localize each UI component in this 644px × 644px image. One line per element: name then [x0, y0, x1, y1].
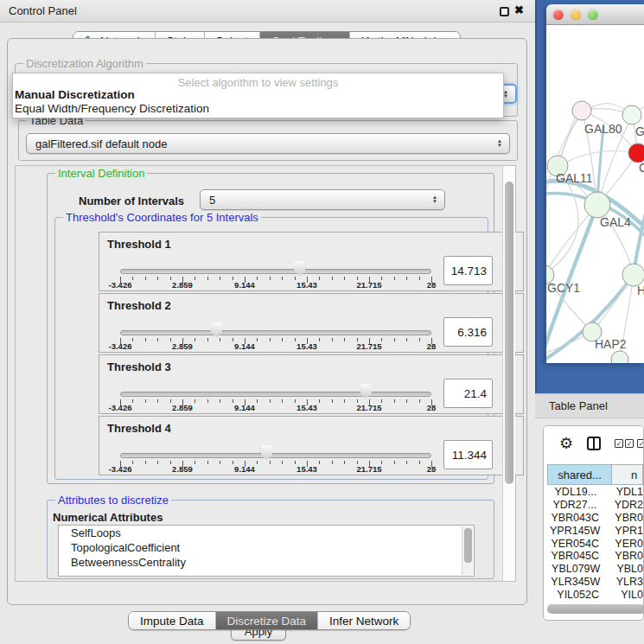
table-horizontal-scrollbar[interactable] — [547, 604, 644, 614]
threshold-3-panel: Threshold 3-3.4262.8599.14415.4321.71528… — [99, 354, 524, 414]
tick-mark — [344, 399, 345, 403]
threshold-1-label: Threshold 1 — [107, 238, 171, 251]
tick-mark — [170, 461, 171, 464]
tick-mark — [157, 399, 158, 403]
cell-shared-name: YBR045C — [547, 550, 603, 562]
table-row[interactable]: YER054CYER0 — [547, 537, 643, 550]
tab-impute-data[interactable]: Impute Data — [129, 612, 216, 629]
threshold-1-panel: Threshold 1-3.4262.8599.14415.4321.71528… — [99, 232, 524, 291]
tick-label: 15.43 — [296, 280, 317, 290]
tick-mark — [233, 277, 233, 280]
number-of-intervals-label: Number of Intervals — [79, 194, 184, 207]
algorithm-dropdown-popup: Select algorithm to view settings Manual… — [12, 73, 504, 118]
checkbox-icon[interactable]: ✓ — [615, 439, 623, 448]
tick-mark — [207, 399, 208, 403]
column-header-shared-name[interactable]: shared... — [547, 464, 612, 485]
tick-mark — [295, 338, 296, 341]
algorithm-option-equal-width-frequency-discretization[interactable]: Equal Width/Frequency Discretization — [15, 102, 209, 115]
tick-mark — [157, 277, 158, 280]
attribute-item-selfloops[interactable]: SelfLoops — [59, 526, 474, 540]
tick-mark — [406, 277, 407, 280]
float-window-icon[interactable] — [500, 7, 509, 16]
checkbox-icon[interactable]: ✓ — [637, 439, 644, 448]
attribute-item-betweennesscentrality[interactable]: BetweennessCentrality — [59, 555, 474, 570]
close-icon[interactable]: ✖ — [514, 3, 524, 16]
tab-infer-network[interactable]: Infer Network — [318, 612, 410, 629]
gear-icon[interactable]: ⚙ — [559, 434, 573, 453]
tick-label: 28 — [427, 464, 437, 474]
table-row[interactable]: YIL052CYIL0 — [547, 588, 643, 601]
tick-mark — [319, 461, 320, 464]
table-data-combobox[interactable]: galFiltered.sif default node ▲▼ — [26, 133, 510, 154]
scrollbar-thumb[interactable] — [505, 182, 513, 484]
cell-name: YIL0 — [609, 589, 643, 601]
tick-mark — [207, 461, 208, 464]
tick-mark — [344, 277, 345, 280]
threshold-3-value-field[interactable]: 21.4 — [443, 379, 493, 408]
tab-label-infer-network: Infer Network — [329, 615, 399, 628]
tick-mark — [406, 461, 407, 464]
node-pink[interactable] — [572, 101, 591, 120]
tick-mark — [270, 338, 271, 341]
tick-mark — [257, 461, 258, 464]
tick-mark — [381, 277, 382, 280]
tick-mark — [332, 277, 333, 280]
tick-mark — [282, 399, 283, 403]
table-row[interactable]: YLR345WYLR3 — [547, 576, 643, 589]
tick-mark — [406, 399, 407, 403]
table-row[interactable]: YBL079WYBL0 — [547, 563, 643, 576]
tick-mark — [419, 461, 420, 464]
split-columns-icon[interactable] — [587, 437, 601, 450]
attributes-list-scrollbar[interactable] — [462, 526, 473, 575]
tick-label: 21.715 — [356, 403, 381, 412]
node-bottom[interactable] — [611, 351, 628, 363]
cell-name: YBR0 — [603, 550, 643, 562]
tick-mark — [170, 338, 171, 341]
tick-label: 2.859 — [172, 341, 193, 351]
tick-label: 9.144 — [234, 280, 255, 290]
checkbox-icon[interactable]: ✓ — [625, 439, 634, 448]
tick-mark — [233, 338, 233, 341]
numerical-attributes-list[interactable]: SelfLoopsTopologicalCoefficientBetweenne… — [58, 525, 475, 577]
minimize-traffic-light-icon[interactable] — [571, 10, 581, 20]
table-row[interactable]: YDR27...YDR2 — [547, 499, 643, 512]
algorithm-option-manual-discretization[interactable]: Manual Discretization — [15, 88, 135, 101]
panel-vertical-scrollbar[interactable] — [502, 166, 515, 581]
node-label: HAP2 — [595, 337, 627, 351]
node-top-right[interactable] — [622, 105, 641, 124]
cell-name: YPR1 — [603, 525, 643, 537]
number-of-intervals-combobox[interactable]: 5 ▲▼ — [200, 189, 445, 210]
tab-discretize-data[interactable]: Discretize Data — [216, 612, 319, 629]
threshold-4-slider-track[interactable] — [120, 453, 431, 458]
scrollbar-thumb[interactable] — [464, 528, 472, 563]
table-row[interactable]: YBR043CYBR0 — [547, 512, 643, 525]
tick-mark — [319, 399, 320, 403]
tick-label: -3.426 — [109, 464, 132, 474]
threshold-3-slider-track[interactable] — [120, 392, 431, 397]
network-canvas[interactable]: GAL80GACGAL11GAL4GCY1HHAP2 — [546, 25, 644, 363]
tick-label: 21.715 — [356, 341, 381, 351]
tick-mark — [394, 399, 395, 403]
close-traffic-light-icon[interactable] — [553, 10, 564, 20]
tick-mark — [220, 399, 220, 403]
attribute-item-topologicalcoefficient[interactable]: TopologicalCoefficient — [59, 540, 474, 555]
threshold-1-value-field[interactable]: 14.713 — [443, 256, 493, 285]
threshold-4-value-field[interactable]: 11.344 — [443, 440, 493, 469]
tick-label: 28 — [427, 280, 437, 290]
node-label: GA — [635, 124, 644, 138]
node-red[interactable] — [628, 143, 644, 163]
column-header-name[interactable]: n — [612, 464, 643, 485]
tick-label: 2.859 — [172, 464, 193, 474]
threshold-2-slider-track[interactable] — [120, 330, 431, 335]
tick-label: 21.715 — [356, 464, 381, 474]
threshold-1-slider-track[interactable] — [120, 269, 431, 274]
threshold-2-value-field[interactable]: 6.316 — [443, 317, 493, 347]
zoom-traffic-light-icon[interactable] — [588, 10, 598, 20]
table-row[interactable]: YPR145WYPR1 — [547, 524, 643, 537]
table-row[interactable]: YBR045CYBR0 — [547, 550, 643, 563]
table-row[interactable]: YDL19...YDL1 — [547, 486, 643, 499]
tick-mark — [132, 461, 133, 464]
node-gal4[interactable] — [584, 192, 610, 218]
tick-mark — [220, 461, 220, 464]
tick-mark — [381, 338, 382, 341]
